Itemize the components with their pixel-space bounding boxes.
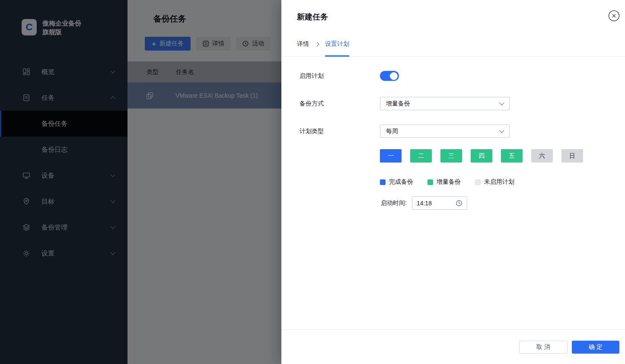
day-button-mon[interactable]: 一 bbox=[380, 149, 402, 163]
chevron-right-icon bbox=[315, 42, 319, 46]
legend-swatch-disabled-icon bbox=[475, 179, 481, 185]
day-button-thu[interactable]: 四 bbox=[471, 149, 492, 163]
wizard-steps: 详情 设置计划 bbox=[297, 32, 349, 56]
modal-title: 新建任务 bbox=[297, 12, 328, 22]
start-time-label: 启动时间: bbox=[381, 199, 407, 207]
day-button-sun[interactable]: 日 bbox=[561, 149, 583, 163]
legend-label-full: 完成备份 bbox=[389, 178, 413, 186]
legend-label-incremental: 增量备份 bbox=[437, 178, 461, 186]
start-time-row: 启动时间: bbox=[381, 196, 467, 210]
backup-method-label: 备份方式 bbox=[300, 100, 380, 108]
close-icon bbox=[608, 10, 620, 22]
start-time-field[interactable] bbox=[412, 196, 467, 210]
chevron-down-icon bbox=[499, 100, 504, 105]
clock-icon bbox=[456, 200, 462, 207]
confirm-button[interactable]: 确 定 bbox=[572, 341, 619, 354]
day-button-sat[interactable]: 六 bbox=[531, 149, 553, 163]
legend-label-disabled: 未启用计划 bbox=[484, 178, 514, 186]
legend-swatch-full-icon bbox=[380, 179, 386, 185]
schedule-legend: 完成备份 增量备份 未启用计划 bbox=[380, 178, 514, 186]
close-button[interactable] bbox=[607, 9, 620, 22]
cancel-button[interactable]: 取 消 bbox=[519, 341, 568, 354]
step-details[interactable]: 详情 bbox=[297, 32, 309, 56]
weekday-selector: 一 二 三 四 五 六 日 bbox=[380, 149, 583, 163]
modal-footer: 取 消 确 定 bbox=[281, 329, 625, 364]
enable-schedule-row: 启用计划 bbox=[300, 71, 399, 81]
legend-swatch-incremental-icon bbox=[427, 179, 433, 185]
day-button-fri[interactable]: 五 bbox=[501, 149, 523, 163]
modal-header: 新建任务 详情 设置计划 bbox=[281, 0, 625, 57]
step-set-schedule[interactable]: 设置计划 bbox=[325, 32, 349, 56]
backup-method-row: 备份方式 增量备份 bbox=[300, 97, 510, 110]
backup-method-value: 增量备份 bbox=[386, 100, 410, 108]
day-button-wed[interactable]: 三 bbox=[440, 149, 462, 163]
schedule-type-row: 计划类型 每周 bbox=[300, 125, 510, 138]
schedule-type-value: 每周 bbox=[386, 128, 398, 135]
backup-method-select[interactable]: 增量备份 bbox=[380, 97, 510, 110]
schedule-type-select[interactable]: 每周 bbox=[380, 125, 510, 138]
enable-schedule-toggle[interactable] bbox=[380, 71, 399, 81]
day-button-tue[interactable]: 二 bbox=[410, 149, 432, 163]
start-time-input[interactable] bbox=[417, 200, 450, 207]
new-task-modal: 新建任务 详情 设置计划 启用计划 备份方式 增量备份 计划类型 每周 bbox=[281, 0, 625, 364]
legend-item-disabled: 未启用计划 bbox=[475, 178, 514, 186]
legend-item-incremental: 增量备份 bbox=[427, 178, 461, 186]
chevron-down-icon bbox=[499, 128, 504, 133]
schedule-type-label: 计划类型 bbox=[300, 128, 380, 135]
legend-item-full: 完成备份 bbox=[380, 178, 413, 186]
enable-schedule-label: 启用计划 bbox=[300, 72, 380, 80]
